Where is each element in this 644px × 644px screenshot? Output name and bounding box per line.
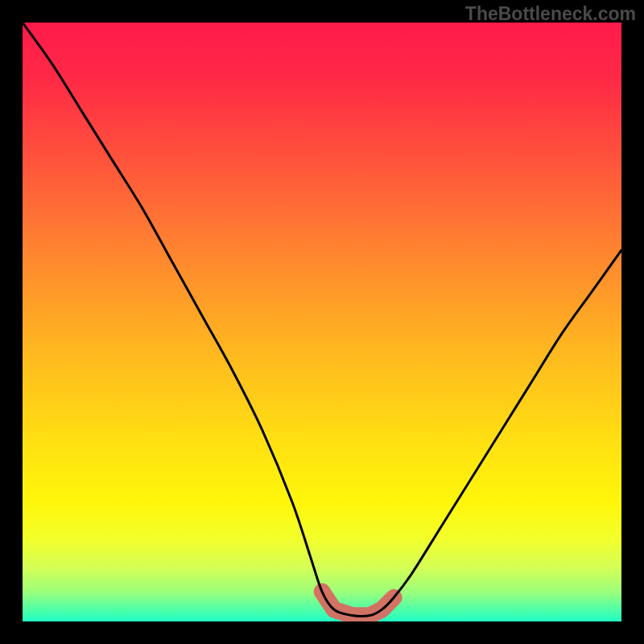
chart-frame: TheBottleneck.com: [0, 0, 644, 644]
bottleneck-curve: [23, 23, 621, 621]
plot-area: [23, 23, 621, 621]
attribution-watermark: TheBottleneck.com: [465, 3, 636, 25]
